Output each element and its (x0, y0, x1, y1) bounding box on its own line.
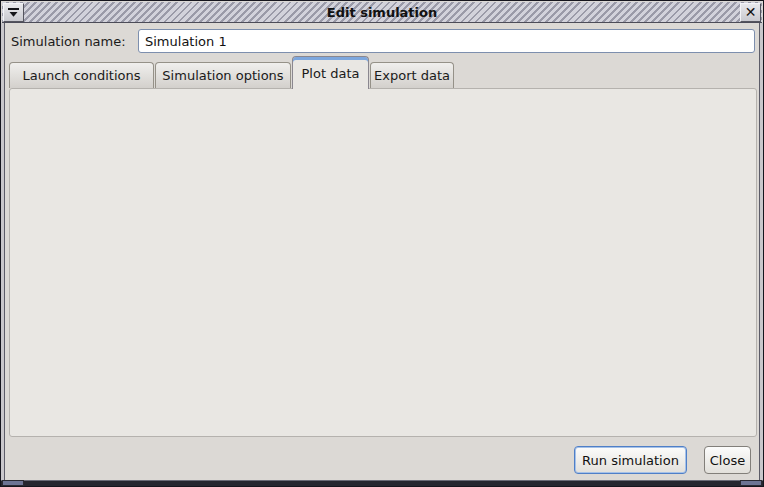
run-simulation-button[interactable]: Run simulation (574, 446, 687, 474)
tab-label: Export data (374, 68, 450, 83)
simulation-name-label: Simulation name: (11, 34, 126, 49)
close-icon: ✕ (745, 5, 757, 19)
window-close-button[interactable]: ✕ (740, 3, 761, 22)
window-title: Edit simulation (25, 5, 739, 20)
titlebar[interactable]: Edit simulation ✕ (2, 2, 762, 23)
tab-plot-data[interactable]: Plot data (292, 56, 369, 89)
window-frame-left[interactable] (1, 23, 5, 480)
resize-corner-left[interactable] (2, 480, 24, 486)
resize-corner-right[interactable] (740, 480, 762, 486)
edit-simulation-dialog: Edit simulation ✕ Simulation name: Launc… (0, 0, 764, 487)
window-menu-icon (7, 7, 20, 18)
window-menu-button[interactable] (3, 3, 24, 22)
plot-data-panel (9, 88, 757, 437)
tab-launch-conditions[interactable]: Launch conditions (9, 62, 154, 88)
tab-label: Launch conditions (22, 68, 140, 83)
simulation-name-input[interactable] (138, 29, 755, 53)
window-frame-bottom[interactable] (1, 480, 763, 486)
close-button[interactable]: Close (704, 446, 751, 474)
tab-label: Simulation options (162, 68, 283, 83)
window-frame-right[interactable] (759, 23, 763, 480)
tab-simulation-options[interactable]: Simulation options (155, 62, 291, 88)
tab-label: Plot data (302, 66, 360, 81)
tab-export-data[interactable]: Export data (370, 62, 454, 88)
